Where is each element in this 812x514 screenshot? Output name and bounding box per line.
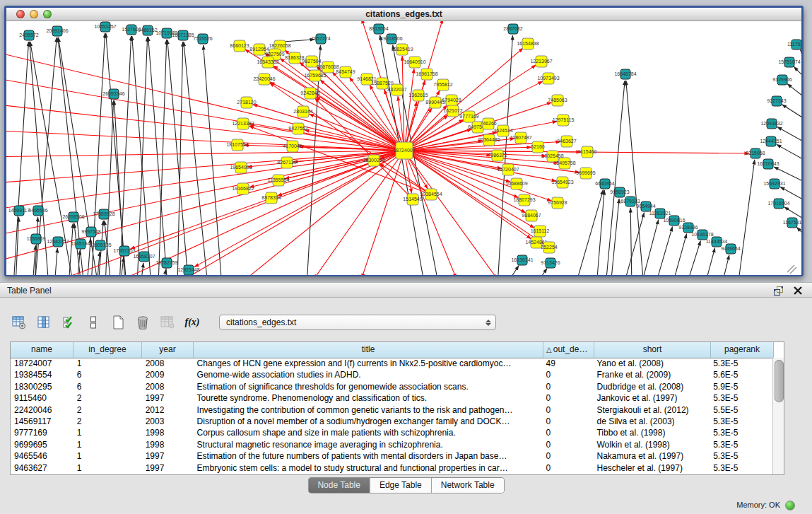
table-cell: 14569117 bbox=[11, 416, 73, 427]
table-cell: 5.3E-5 bbox=[710, 450, 772, 462]
graph-node-label: 12923448 bbox=[177, 267, 199, 272]
graph-node-label: 7515526 bbox=[193, 36, 212, 41]
table-cell: 2012 bbox=[142, 404, 194, 416]
select-validate-icon[interactable] bbox=[61, 315, 76, 330]
graph-node-label: 16543362 bbox=[257, 59, 278, 64]
delete-table-icon[interactable] bbox=[135, 315, 151, 330]
table-cell: 2 bbox=[73, 404, 142, 416]
table-row[interactable]: 1938455462009Genome-wide association stu… bbox=[11, 369, 772, 380]
row-height-icon[interactable] bbox=[86, 315, 101, 330]
table-cell: 5.3E-5 bbox=[710, 416, 772, 427]
graph-node-label: 8427552 bbox=[288, 126, 307, 131]
table-cell: 0 bbox=[543, 392, 594, 404]
graph-node-label: 252254 bbox=[541, 245, 557, 250]
graph-node-label: 6794028 bbox=[442, 98, 461, 103]
table-row[interactable]: 1456911722003Disruption of a novel membe… bbox=[11, 416, 772, 427]
network-canvas[interactable]: 2405572206914061065325715276029466162107… bbox=[6, 21, 801, 275]
import-table-icon[interactable] bbox=[160, 315, 175, 330]
table-cell: 0 bbox=[543, 462, 594, 474]
table-cell: Tourette syndrome. Phenomenology and cla… bbox=[194, 392, 543, 404]
table-row[interactable]: 977716911998Corpus callosum shape and si… bbox=[11, 427, 772, 438]
table-settings-icon[interactable] bbox=[11, 315, 27, 330]
table-toolbar: f(x) citations_edges.txt bbox=[11, 313, 496, 332]
graph-node-label: 19654903 bbox=[230, 165, 252, 170]
table-cell: Stergiakouli et al. (2012) bbox=[593, 404, 710, 416]
fx-label: f(x) bbox=[185, 317, 200, 328]
graph-node-label: 9227343 bbox=[767, 98, 786, 103]
window-resize-grip[interactable] bbox=[787, 265, 796, 274]
table-row[interactable]: 2242004622012Investigating the contribut… bbox=[11, 404, 772, 416]
graph-node-label: 18724007 bbox=[393, 148, 415, 153]
insert-column-icon[interactable] bbox=[36, 315, 52, 330]
graph-node-label: 9463627 bbox=[557, 139, 576, 144]
graph-node-label: 8215958 bbox=[746, 151, 765, 156]
graph-node-label: 18495758 bbox=[553, 160, 575, 165]
table-cell: 0 bbox=[543, 439, 594, 450]
graph-node-label: 1621072 bbox=[443, 108, 462, 113]
graph-node-label: 19166822 bbox=[232, 186, 254, 191]
table-row[interactable]: 911546021997Tourette syndrome. Phenomeno… bbox=[11, 392, 772, 404]
graph-node-label: 3624514 bbox=[493, 128, 512, 133]
column-header-name[interactable]: name bbox=[11, 342, 73, 358]
table-cell: Yano et al. (2008) bbox=[593, 358, 710, 369]
new-table-icon[interactable] bbox=[110, 315, 126, 330]
zoom-window-icon[interactable] bbox=[43, 10, 52, 18]
column-header-pagerank[interactable]: pagerank bbox=[711, 342, 774, 358]
close-panel-icon[interactable] bbox=[794, 286, 802, 295]
column-header-short[interactable]: short bbox=[594, 342, 711, 358]
memory-status-label: Memory: OK bbox=[736, 501, 780, 509]
memory-ok-icon[interactable] bbox=[785, 501, 795, 510]
close-window-icon[interactable] bbox=[16, 10, 25, 18]
table-cell: Disruption of a novel member of a sodium… bbox=[194, 416, 543, 427]
table-cell: 9463627 bbox=[11, 462, 73, 474]
minimize-window-icon[interactable] bbox=[30, 10, 38, 18]
graph-node-label: 9997548 bbox=[81, 229, 100, 234]
graph-node-label: 12975115 bbox=[553, 117, 575, 122]
vertical-scrollbar[interactable] bbox=[772, 358, 784, 474]
window-titlebar[interactable]: citations_edges.txt bbox=[6, 8, 801, 21]
graph-node-label: 7857224 bbox=[311, 36, 330, 41]
scrollbar-thumb[interactable] bbox=[775, 360, 784, 402]
tab-edge-table[interactable]: Edge Table bbox=[370, 478, 431, 493]
graph-node-label: 7485063 bbox=[548, 98, 567, 103]
table-cell: 2 bbox=[73, 416, 142, 427]
table-row[interactable]: 1830029562008Estimation of significance … bbox=[11, 381, 772, 392]
table-cell: 1998 bbox=[142, 427, 194, 438]
nodes-layer: 2405572206914061065325715276029466162107… bbox=[8, 22, 801, 275]
graph-node-label: 1615112 bbox=[531, 228, 550, 233]
graph-node-label: 16136141 bbox=[511, 257, 533, 262]
table-row[interactable]: 946362711997Embryonic stem cells: a mode… bbox=[11, 462, 772, 474]
table-cell: 1 bbox=[73, 462, 142, 474]
table-cell: 0 bbox=[543, 450, 594, 462]
function-builder-icon[interactable]: f(x) bbox=[184, 315, 200, 330]
tab-network-table[interactable]: Network Table bbox=[431, 478, 504, 493]
graph-node-label: 15887520 bbox=[371, 81, 393, 86]
table-cell: 0 bbox=[543, 416, 594, 427]
table-cell: 1997 bbox=[142, 450, 194, 462]
table-select-combobox[interactable]: citations_edges.txt bbox=[219, 315, 496, 330]
graph-node-label: 16958107 bbox=[133, 254, 155, 259]
graph-node-label: 15692931 bbox=[763, 181, 785, 186]
graph-node-label: 17016504 bbox=[767, 201, 789, 206]
graph-node-label: 8267130 bbox=[277, 160, 296, 165]
network-window[interactable]: citations_edges.txt 24055722069140610653… bbox=[4, 6, 804, 276]
table-row[interactable]: 1872400712008Changes of HCN gene express… bbox=[11, 358, 772, 369]
combobox-arrows-icon bbox=[486, 320, 491, 326]
graph-node-label: 6640954 bbox=[595, 181, 614, 186]
table-cell: 1 bbox=[73, 450, 142, 462]
column-header-out_de[interactable]: △out_de… bbox=[543, 342, 594, 358]
table-cell: Structural magnetic resonance image aver… bbox=[194, 439, 543, 450]
table-row[interactable]: 946554611997Estimation of the future num… bbox=[11, 450, 772, 462]
table-row[interactable]: 969969511998Structural magnetic resonanc… bbox=[11, 439, 772, 450]
tab-node-table[interactable]: Node Table bbox=[308, 478, 370, 493]
column-header-title[interactable]: title bbox=[194, 342, 543, 358]
graph-node-label: 16210643 bbox=[757, 161, 779, 166]
column-header-year[interactable]: year bbox=[142, 342, 194, 358]
graph-node-label: 26206506 bbox=[62, 214, 84, 219]
table-cell: Jankovic et al. (1997) bbox=[593, 392, 710, 404]
table-cell: 9699695 bbox=[11, 439, 73, 450]
graph-node-label: 9827504 bbox=[302, 59, 321, 64]
column-header-in_degree[interactable]: in_degree bbox=[73, 342, 142, 358]
float-panel-icon[interactable] bbox=[774, 286, 784, 296]
table-cell: Hescheler et al. (1997) bbox=[593, 462, 710, 474]
